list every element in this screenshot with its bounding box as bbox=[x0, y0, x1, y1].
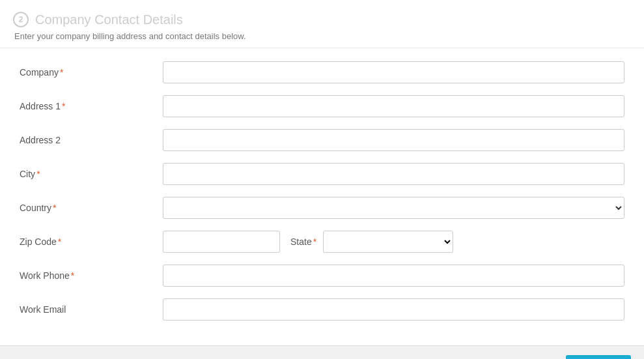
address1-row: Address 1* bbox=[20, 95, 624, 117]
step-circle: 2 bbox=[13, 12, 29, 27]
country-row: Country* United States Canada United Kin… bbox=[20, 197, 624, 219]
company-label: Company* bbox=[20, 67, 163, 78]
workphone-row: Work Phone* bbox=[20, 265, 624, 287]
address2-input[interactable] bbox=[163, 129, 624, 151]
address2-label: Address 2 bbox=[20, 135, 163, 145]
form-section: Company* Address 1* Address 2 City* bbox=[0, 48, 644, 345]
header-section: 2 Company Contact Details Enter your com… bbox=[0, 0, 644, 48]
workemail-input[interactable] bbox=[163, 298, 624, 321]
company-row: Company* bbox=[20, 61, 624, 83]
state-required: * bbox=[313, 237, 316, 247]
zipcode-label: Zip Code* bbox=[20, 237, 163, 247]
workemail-label: Work Email bbox=[20, 304, 163, 315]
state-select[interactable]: Alabama Alaska Arizona California Colora… bbox=[323, 231, 453, 253]
company-input[interactable] bbox=[163, 61, 624, 83]
zipstate-row: Zip Code* State* Alabama Alaska Arizona … bbox=[20, 231, 624, 253]
city-input[interactable] bbox=[163, 163, 624, 185]
zipcode-input[interactable] bbox=[163, 231, 280, 253]
city-required: * bbox=[36, 169, 40, 179]
footer-section: Continue bbox=[0, 345, 644, 359]
address1-required: * bbox=[62, 101, 65, 111]
address1-input[interactable] bbox=[163, 95, 624, 117]
workphone-required: * bbox=[71, 270, 74, 281]
address2-row: Address 2 bbox=[20, 129, 624, 151]
city-row: City* bbox=[20, 163, 624, 185]
country-label: Country* bbox=[20, 203, 163, 213]
country-select[interactable]: United States Canada United Kingdom Aust… bbox=[163, 197, 624, 219]
page-title: Company Contact Details bbox=[35, 12, 183, 27]
continue-button[interactable]: Continue bbox=[566, 355, 631, 359]
city-label: City* bbox=[20, 169, 163, 179]
country-required: * bbox=[53, 203, 56, 213]
address1-label: Address 1* bbox=[20, 101, 163, 111]
page-subtitle: Enter your company billing address and c… bbox=[13, 31, 631, 41]
header-title-row: 2 Company Contact Details bbox=[13, 12, 631, 27]
workphone-label: Work Phone* bbox=[20, 270, 163, 281]
state-label: State* bbox=[290, 237, 316, 247]
zipcode-required: * bbox=[58, 237, 61, 247]
company-required: * bbox=[60, 67, 63, 78]
workphone-input[interactable] bbox=[163, 265, 624, 287]
workemail-row: Work Email bbox=[20, 298, 624, 321]
page-wrapper: 2 Company Contact Details Enter your com… bbox=[0, 0, 644, 359]
